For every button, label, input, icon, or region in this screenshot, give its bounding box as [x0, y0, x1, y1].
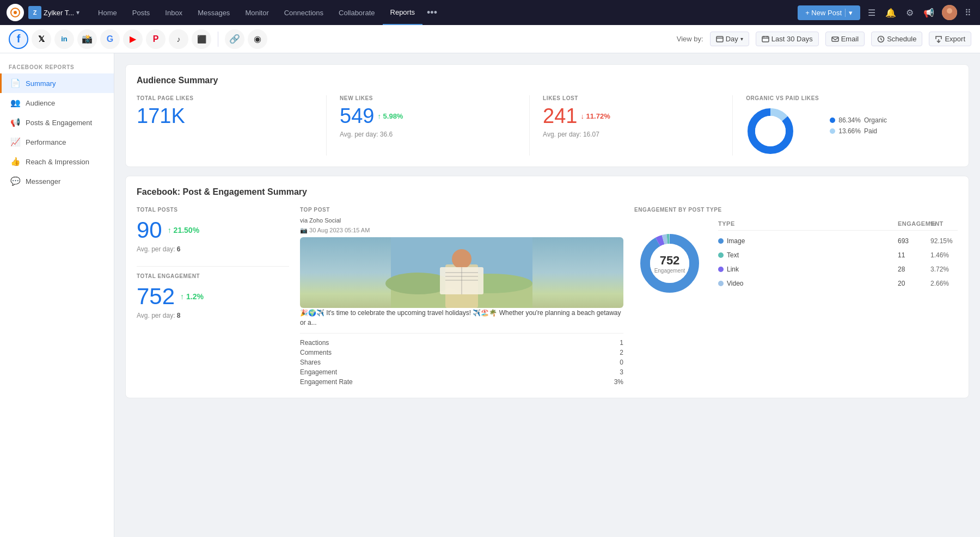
- nav-more-icon[interactable]: •••: [422, 7, 442, 18]
- social-tab-twitter[interactable]: 𝕏: [32, 29, 51, 49]
- megaphone-icon[interactable]: 📢: [921, 5, 936, 20]
- paid-label: Paid: [864, 127, 877, 135]
- social-tabs-bar: f 𝕏 in 📸 G ▶ P ♪ ⬛ 🔗 ◉ View by: Day ▾ La…: [0, 25, 980, 53]
- new-post-label: + New Post: [805, 9, 842, 17]
- post-engagement-card: Facebook: Post & Engagement Summary TOTA…: [125, 176, 969, 398]
- top-navigation: Z Zylker T... ▾ Home Posts Inbox Message…: [0, 0, 980, 25]
- total-posts-value: 90 ↑ 21.50%: [137, 217, 289, 243]
- type-row-text: Text 11 1.46%: [718, 248, 958, 262]
- likes-lost-label: LIKES LOST: [543, 95, 719, 101]
- view-controls: View by: Day ▾ Last 30 Days Email Schedu…: [677, 32, 971, 46]
- new-likes-label: NEW LIKES: [340, 95, 516, 101]
- svg-rect-11: [832, 37, 838, 41]
- sidebar-item-reach-impression[interactable]: 👍 Reach & Impression: [0, 152, 114, 171]
- social-tab-instagram[interactable]: 📸: [77, 29, 97, 49]
- social-tab-buffer[interactable]: ⬛: [192, 29, 211, 49]
- day-label: Day: [726, 35, 738, 43]
- svg-rect-5: [716, 36, 723, 42]
- sidebar-item-summary[interactable]: 📄 Summary: [0, 73, 114, 93]
- nav-messages[interactable]: Messages: [190, 0, 237, 25]
- total-page-likes-label: TOTAL PAGE LIKES: [137, 95, 313, 101]
- social-tab-linkedin[interactable]: in: [54, 29, 74, 49]
- engagement-rate-label: Engagement Rate: [300, 378, 353, 386]
- email-label: Email: [841, 35, 859, 43]
- brand[interactable]: Z Zylker T... ▾: [28, 6, 79, 19]
- avatar[interactable]: [942, 5, 957, 20]
- total-engagement-value: 752 ↑ 1.2%: [137, 283, 289, 310]
- audience-icon: 👥: [10, 98, 20, 108]
- social-tab-youtube[interactable]: ▶: [123, 29, 143, 49]
- donut-center-label: Engagement: [654, 268, 685, 274]
- schedule-button[interactable]: Schedule: [871, 32, 922, 46]
- donut-center-value: 752: [654, 254, 685, 268]
- organic-pct: 86.34%: [838, 116, 861, 124]
- paid-pct: 13.66%: [838, 127, 861, 135]
- likes-lost-avg: Avg. per day: 16.07: [543, 131, 719, 138]
- top-post-section: TOP POST via Zoho Social 📷 30 Aug 2023 0…: [300, 207, 623, 387]
- nav-reports[interactable]: Reports: [383, 0, 423, 25]
- nav-actions: + New Post ▾ ☰ 🔔 ⚙ 📢 ⠿: [798, 5, 973, 20]
- svg-point-3: [947, 8, 952, 14]
- top-post-stats: Reactions 1 Comments 2 Shares 0 Engage: [300, 333, 623, 387]
- apps-grid-icon[interactable]: ⠿: [963, 5, 973, 20]
- social-tab-google[interactable]: G: [100, 29, 120, 49]
- nav-posts[interactable]: Posts: [125, 0, 158, 25]
- new-likes-sub: 549 ↑ 5.98%: [340, 106, 516, 126]
- nav-connections[interactable]: Connections: [277, 0, 331, 25]
- reactions-label: Reactions: [300, 339, 329, 347]
- nav-collaborate[interactable]: Collaborate: [331, 0, 383, 25]
- export-button[interactable]: Export: [929, 32, 971, 46]
- top-post-image: [300, 237, 623, 308]
- total-posts-trend: ↑ 21.50%: [168, 226, 199, 234]
- organic-paid-stat: ORGANIC VS PAID LIKES: [746, 95, 958, 156]
- top-post-text: 🎉🌍✈️ It's time to celebrate the upcoming…: [300, 308, 623, 328]
- total-posts-label: TOTAL POSTS: [137, 207, 289, 213]
- email-button[interactable]: Email: [825, 32, 865, 46]
- engagement-row-label: Engagement: [300, 368, 337, 376]
- brand-name: Zylker T...: [44, 9, 74, 17]
- sidebar-item-audience[interactable]: 👥 Audience: [0, 93, 114, 113]
- tab-divider: [218, 32, 218, 47]
- nav-inbox[interactable]: Inbox: [157, 0, 190, 25]
- post-engagement-grid: TOTAL POSTS 90 ↑ 21.50% Avg. per day: 6 …: [137, 207, 958, 387]
- social-tab-extra[interactable]: ◉: [248, 29, 267, 49]
- day-view-button[interactable]: Day ▾: [710, 32, 749, 46]
- date-range-button[interactable]: Last 30 Days: [756, 32, 819, 46]
- likes-lost-stat: LIKES LOST 241 ↓ 11.72% Avg. per day: 16…: [543, 95, 733, 156]
- view-by-label: View by:: [677, 35, 703, 43]
- social-tab-pinterest[interactable]: P: [146, 29, 166, 49]
- sidebar-item-messenger[interactable]: 💬 Messenger: [0, 171, 114, 191]
- engagement-row: Engagement 3: [300, 367, 623, 377]
- engagement-type-section: 752 Engagement TYPE ENGAGEMENT %: [634, 217, 958, 299]
- post-engagement-title: Facebook: Post & Engagement Summary: [137, 187, 958, 197]
- organic-paid-label: ORGANIC VS PAID LIKES: [746, 95, 819, 101]
- sidebar-item-posts-engagement[interactable]: 📢 Posts & Engagement: [0, 113, 114, 132]
- social-tab-facebook[interactable]: f: [9, 29, 28, 49]
- performance-icon: 📈: [10, 137, 20, 147]
- organic-paid-legend: 86.34% Organic 13.66% Paid: [830, 116, 887, 135]
- new-post-button[interactable]: + New Post ▾: [798, 5, 860, 20]
- new-likes-trend: ↑ 5.98%: [377, 112, 403, 120]
- engagement-by-type: ENGAGEMENT BY POST TYPE: [634, 207, 958, 387]
- top-post-date: 📷 30 Aug 2023 05:15 AM: [300, 227, 623, 234]
- sidebar-item-performance[interactable]: 📈 Performance: [0, 132, 114, 152]
- settings-icon[interactable]: ⚙: [904, 5, 916, 20]
- social-tab-tiktok[interactable]: ♪: [169, 29, 188, 49]
- image-dot: [718, 238, 724, 244]
- divider: [137, 266, 289, 267]
- sidebar-item-audience-label: Audience: [26, 99, 55, 107]
- social-tab-link[interactable]: 🔗: [225, 29, 244, 49]
- reactions-val: 1: [620, 339, 623, 347]
- type-row-video: Video 20 2.66%: [718, 276, 958, 291]
- organic-label: Organic: [864, 116, 887, 124]
- notifications-icon[interactable]: 🔔: [883, 5, 898, 20]
- sidebar-item-reach-label: Reach & Impression: [26, 158, 89, 166]
- nav-monitor[interactable]: Monitor: [237, 0, 276, 25]
- type-row-link: Link 28 3.72%: [718, 262, 958, 276]
- nav-home[interactable]: Home: [90, 0, 125, 25]
- total-page-likes-value: 171K: [137, 106, 313, 126]
- comments-val: 2: [620, 349, 623, 356]
- menu-icon[interactable]: ☰: [866, 5, 878, 20]
- total-engagement-block: TOTAL ENGAGEMENT 752 ↑ 1.2% Avg. per day…: [137, 273, 289, 319]
- audience-summary-card: Audience Summary TOTAL PAGE LIKES 171K N…: [125, 64, 969, 167]
